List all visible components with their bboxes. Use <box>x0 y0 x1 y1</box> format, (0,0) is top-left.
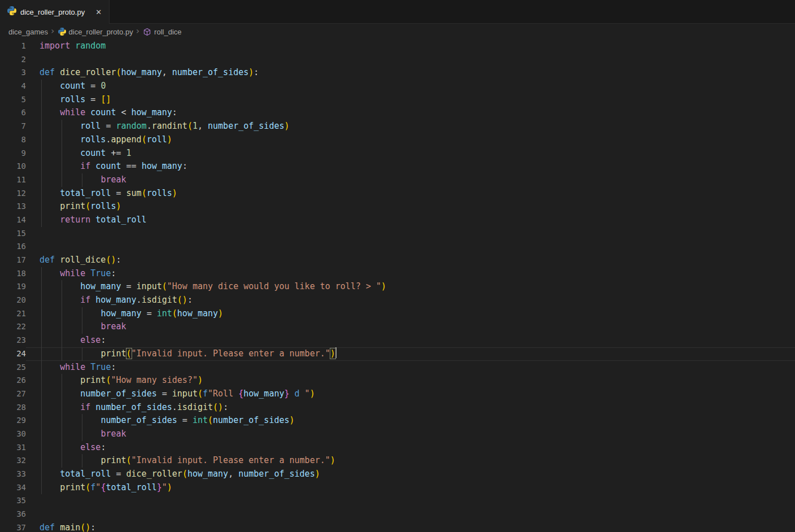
code-line[interactable]: 6 while count < how_many: <box>0 106 795 120</box>
code-line[interactable]: 7 roll = random.randint(1, number_of_sid… <box>0 120 795 133</box>
code-token: rolls <box>90 201 116 211</box>
line-number[interactable]: 22 <box>0 320 26 334</box>
line-number[interactable]: 26 <box>0 374 26 387</box>
breadcrumb-file[interactable]: dice_roller_proto.py <box>69 28 133 36</box>
text-cursor <box>335 347 337 358</box>
code-line[interactable]: 9 count += 1 <box>0 147 795 160</box>
breadcrumb-symbol[interactable]: roll_dice <box>154 28 181 36</box>
line-number[interactable]: 15 <box>0 227 26 241</box>
code-line[interactable]: 32 print("Invalid input. Please enter a … <box>0 454 795 468</box>
line-number[interactable]: 27 <box>0 387 26 401</box>
code-line[interactable]: 4 count = 0 <box>0 80 795 93</box>
code-line[interactable]: 22 break <box>0 320 795 334</box>
code-line[interactable]: 27 number_of_sides = input(f"Roll {how_m… <box>0 387 795 401</box>
line-number[interactable]: 28 <box>0 401 26 415</box>
code-line[interactable]: 35 <box>0 494 795 508</box>
code-line[interactable]: 15 <box>0 227 795 241</box>
code-line[interactable]: 2 <box>0 53 795 67</box>
code-token: d <box>295 389 300 399</box>
code-line[interactable]: 12 total_roll = sum(rolls) <box>0 187 795 200</box>
code-line[interactable]: 33 total_roll = dice_roller(how_many, nu… <box>0 468 795 481</box>
code-line[interactable]: 24 print("Invalid input. Please enter a … <box>0 347 795 361</box>
line-number[interactable]: 10 <box>0 160 26 173</box>
code-line[interactable]: 11 break <box>0 173 795 187</box>
line-number[interactable]: 21 <box>0 307 26 321</box>
line-number[interactable]: 17 <box>0 254 26 267</box>
code-token: number_of_sides <box>172 67 248 77</box>
line-number[interactable]: 23 <box>0 334 26 347</box>
line-number[interactable]: 34 <box>0 481 26 495</box>
line-number[interactable]: 4 <box>0 80 26 93</box>
code-token: } <box>157 482 162 492</box>
line-number[interactable]: 7 <box>0 120 26 133</box>
line-number[interactable]: 9 <box>0 147 26 160</box>
line-number[interactable]: 5 <box>0 93 26 107</box>
code-line[interactable]: 26 print("How many sides?") <box>0 374 795 387</box>
line-number[interactable]: 29 <box>0 414 26 428</box>
line-number[interactable]: 14 <box>0 213 26 227</box>
line-number[interactable]: 16 <box>0 240 26 254</box>
line-number[interactable]: 11 <box>0 173 26 187</box>
code-line[interactable]: 1import random <box>0 40 795 53</box>
code-line[interactable]: 29 number_of_sides = int(number_of_sides… <box>0 414 795 428</box>
code-token: ( <box>142 188 147 198</box>
indent-guide <box>62 280 62 294</box>
line-number[interactable]: 25 <box>0 361 26 374</box>
code-editor[interactable]: 1import random23def dice_roller(how_many… <box>0 40 795 532</box>
code-line[interactable]: 30 break <box>0 428 795 441</box>
line-number[interactable]: 19 <box>0 280 26 294</box>
indent-guide <box>62 441 62 455</box>
code-line[interactable]: 14 return total_roll <box>0 213 795 227</box>
code-token: how_many <box>95 295 136 305</box>
line-number[interactable]: 35 <box>0 494 26 508</box>
line-number[interactable]: 12 <box>0 187 26 200</box>
code-line[interactable]: 21 how_many = int(how_many) <box>0 307 795 321</box>
code-line[interactable]: 28 if number_of_sides.isdigit(): <box>0 401 795 415</box>
line-number[interactable]: 37 <box>0 521 26 532</box>
line-number[interactable]: 8 <box>0 133 26 147</box>
python-icon <box>7 6 16 18</box>
line-number[interactable]: 20 <box>0 294 26 307</box>
code-line[interactable]: 34 print(f"{total_roll}") <box>0 481 795 495</box>
line-number[interactable]: 36 <box>0 508 26 521</box>
indent-guide <box>41 454 42 468</box>
code-token: print <box>80 375 106 385</box>
close-icon[interactable]: ✕ <box>94 7 103 17</box>
line-number[interactable]: 3 <box>0 66 26 80</box>
line-number[interactable]: 32 <box>0 454 26 468</box>
code-line[interactable]: 23 else: <box>0 334 795 347</box>
code-line[interactable]: 18 while True: <box>0 267 795 281</box>
code-token: def <box>40 255 55 265</box>
code-line[interactable]: 16 <box>0 240 795 254</box>
line-number[interactable]: 18 <box>0 267 26 281</box>
code-line[interactable]: 3def dice_roller(how_many, number_of_sid… <box>0 66 795 80</box>
code-line[interactable]: 36 <box>0 508 795 521</box>
line-number[interactable]: 31 <box>0 441 26 455</box>
line-number[interactable]: 6 <box>0 106 26 120</box>
code-token: count <box>95 161 121 171</box>
line-number[interactable]: 13 <box>0 200 26 213</box>
code-line[interactable]: 5 rolls = [] <box>0 93 795 107</box>
code-token: while <box>60 268 85 278</box>
line-number[interactable]: 30 <box>0 428 26 441</box>
code-line[interactable]: 8 rolls.append(roll) <box>0 133 795 147</box>
code-token: : <box>111 362 116 372</box>
code-line[interactable]: 10 if count == how_many: <box>0 160 795 173</box>
line-number[interactable]: 24 <box>0 347 26 361</box>
line-number[interactable]: 1 <box>0 40 26 53</box>
code-line[interactable]: 37def main(): <box>0 521 795 532</box>
code-line[interactable]: 20 if how_many.isdigit(): <box>0 294 795 307</box>
line-number[interactable]: 2 <box>0 53 26 67</box>
code-token: = <box>157 389 172 399</box>
tab-dice-roller-proto[interactable]: dice_roller_proto.py ✕ <box>0 0 110 24</box>
code-line[interactable]: 19 how_many = input("How many dice would… <box>0 280 795 294</box>
breadcrumb-folder[interactable]: dice_games <box>8 28 48 36</box>
indent-guide <box>41 374 42 387</box>
code-token: ( <box>142 134 147 145</box>
code-line[interactable]: 13 print(rolls) <box>0 200 795 213</box>
code-line[interactable]: 31 else: <box>0 441 795 455</box>
code-line[interactable]: 17def roll_dice(): <box>0 254 795 267</box>
code-line[interactable]: 25 while True: <box>0 361 795 374</box>
line-number[interactable]: 33 <box>0 468 26 481</box>
code-token: ( <box>198 389 203 399</box>
